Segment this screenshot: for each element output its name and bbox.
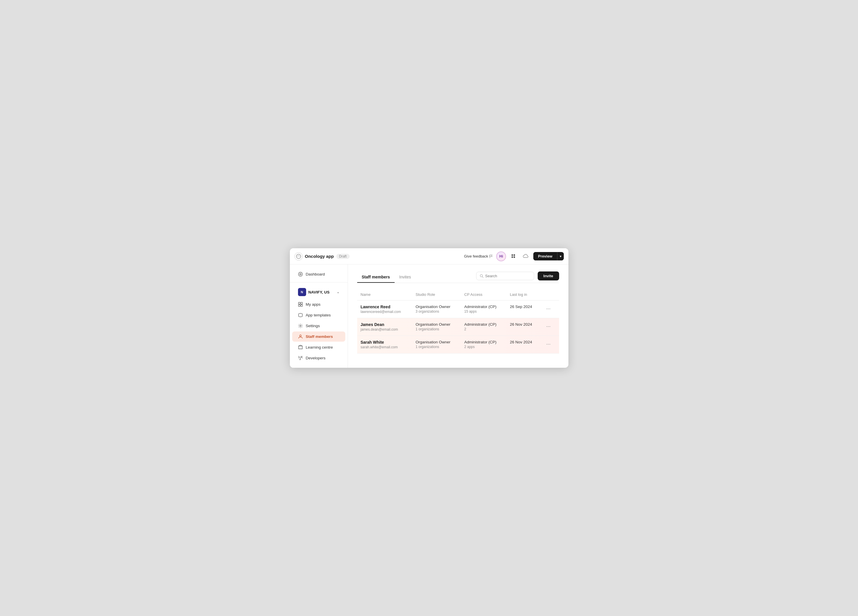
cp-access-sub: 15 apps <box>464 309 503 313</box>
sidebar-item-settings[interactable]: Settings <box>292 321 345 331</box>
svg-rect-5 <box>514 256 515 258</box>
sidebar-item-my-apps[interactable]: My apps <box>292 299 345 309</box>
cp-access: Administrator (CP) <box>464 340 503 344</box>
cell-cp-access: Administrator (CP) 2 <box>461 318 506 336</box>
svg-rect-10 <box>298 305 300 307</box>
cell-studio-role: Organisation Owner 3 organizations <box>412 301 461 318</box>
cloud-button[interactable] <box>521 252 530 261</box>
chevron-down-icon: ▾ <box>560 254 561 258</box>
svg-rect-2 <box>511 254 513 256</box>
app-title: Oncology app <box>305 254 334 259</box>
member-name: Sarah White <box>361 340 409 344</box>
sidebar: Dashboard N NAVIFY, US ⌄ My apps <box>290 264 348 368</box>
member-email: sarah.white@email.com <box>361 345 409 349</box>
cell-last-login: 26 Sep 2024 <box>506 301 540 318</box>
preview-button-group: Preview ▾ <box>533 252 564 261</box>
sidebar-item-developers[interactable]: Developers <box>292 353 345 363</box>
preview-button[interactable]: Preview <box>533 252 557 261</box>
cloud-icon <box>523 254 528 259</box>
cp-access-sub: 2 apps <box>464 345 503 349</box>
give-feedback-label: Give feedback <box>464 254 488 258</box>
last-login: 26 Nov 2024 <box>510 340 532 344</box>
member-name: Lawrence Reed <box>361 304 409 309</box>
studio-role: Organisation Owner <box>415 322 457 327</box>
topbar-right: Give feedback Hi <box>464 251 564 261</box>
cell-more: ··· <box>540 301 559 318</box>
svg-rect-8 <box>298 303 300 304</box>
sidebar-item-dashboard[interactable]: Dashboard <box>292 269 345 279</box>
cell-cp-access: Administrator (CP) 2 apps <box>461 336 506 354</box>
search-box[interactable] <box>476 272 534 280</box>
more-options-button[interactable]: ··· <box>544 322 553 330</box>
last-login: 26 Sep 2024 <box>510 304 532 309</box>
svg-point-0 <box>296 254 301 258</box>
main-layout: Dashboard N NAVIFY, US ⌄ My apps <box>290 264 569 368</box>
search-input[interactable] <box>485 274 530 278</box>
svg-line-15 <box>482 276 483 278</box>
svg-rect-4 <box>511 256 513 258</box>
col-name: Name <box>357 290 412 301</box>
tab-invites[interactable]: Invites <box>395 272 415 283</box>
sidebar-org[interactable]: N NAVIFY, US ⌄ <box>292 286 345 299</box>
chevron-down-icon: ⌄ <box>337 290 339 294</box>
svg-rect-3 <box>514 254 515 256</box>
svg-point-6 <box>298 272 302 276</box>
sidebar-item-app-templates[interactable]: App templates <box>292 310 345 320</box>
grid-icon <box>511 254 516 259</box>
cell-more: ··· <box>540 336 559 354</box>
org-name: NAVIFY, US <box>308 290 330 294</box>
cell-name: Lawrence Reed lawrencereed@email.com <box>357 301 412 318</box>
more-options-button[interactable]: ··· <box>544 340 553 348</box>
staff-members-icon <box>298 334 303 339</box>
developers-icon <box>298 355 303 360</box>
preview-chevron-button[interactable]: ▾ <box>557 252 564 261</box>
last-login: 26 Nov 2024 <box>510 322 532 327</box>
svg-point-12 <box>300 325 301 327</box>
col-last-login: Last log in <box>506 290 540 301</box>
more-options-button[interactable]: ··· <box>544 304 553 313</box>
org-avatar: N <box>298 288 306 296</box>
dashboard-icon <box>298 272 303 277</box>
cell-last-login: 26 Nov 2024 <box>506 318 540 336</box>
invite-button[interactable]: Invite <box>538 272 559 281</box>
svg-rect-11 <box>301 305 302 307</box>
studio-role-sub: 1 organizations <box>415 345 457 349</box>
give-feedback-button[interactable]: Give feedback <box>464 254 493 258</box>
col-studio-role: Studio Role <box>412 290 461 301</box>
sidebar-item-staff-members[interactable]: Staff members <box>292 332 345 341</box>
cp-access-sub: 2 <box>464 327 503 331</box>
cell-cp-access: Administrator (CP) 15 apps <box>461 301 506 318</box>
topbar: Oncology app Draft Give feedback Hi <box>290 248 569 264</box>
grid-menu-button[interactable] <box>509 252 518 261</box>
content-area: Staff members Invites Invite <box>348 264 569 368</box>
tab-staff-members[interactable]: Staff members <box>357 272 395 283</box>
sidebar-item-label: My apps <box>306 302 321 307</box>
table-row: Sarah White sarah.white@email.com Organi… <box>357 336 559 354</box>
member-name: James Dean <box>361 322 409 327</box>
flag-icon <box>489 254 493 258</box>
svg-point-7 <box>300 273 301 275</box>
user-avatar[interactable]: Hi <box>496 251 506 261</box>
app-window: Oncology app Draft Give feedback Hi <box>290 248 569 368</box>
app-templates-icon <box>298 313 303 318</box>
studio-role-sub: 3 organizations <box>415 309 457 313</box>
learning-centre-icon <box>298 345 303 350</box>
cell-studio-role: Organisation Owner 1 organizations <box>412 336 461 354</box>
cell-studio-role: Organisation Owner 1 organizations <box>412 318 461 336</box>
cell-more: ··· <box>540 318 559 336</box>
sidebar-item-label: Staff members <box>306 334 333 339</box>
table-row: Lawrence Reed lawrencereed@email.com Org… <box>357 301 559 318</box>
table-row: James Dean james.dean@email.com Organisa… <box>357 318 559 336</box>
sidebar-item-label: Developers <box>306 356 326 360</box>
studio-role: Organisation Owner <box>415 304 457 309</box>
col-cp-access: CP Access <box>461 290 506 301</box>
sidebar-item-label: Dashboard <box>306 272 325 276</box>
staff-table: Name Studio Role CP Access Last log in L… <box>357 290 559 354</box>
tab-actions: Invite <box>476 272 559 283</box>
sidebar-item-learning-centre[interactable]: Learning centre <box>292 342 345 352</box>
sidebar-item-label: App templates <box>306 313 331 317</box>
my-apps-icon <box>298 302 303 307</box>
tabs-bar: Staff members Invites Invite <box>357 272 559 283</box>
studio-role: Organisation Owner <box>415 340 457 344</box>
cell-name: James Dean james.dean@email.com <box>357 318 412 336</box>
